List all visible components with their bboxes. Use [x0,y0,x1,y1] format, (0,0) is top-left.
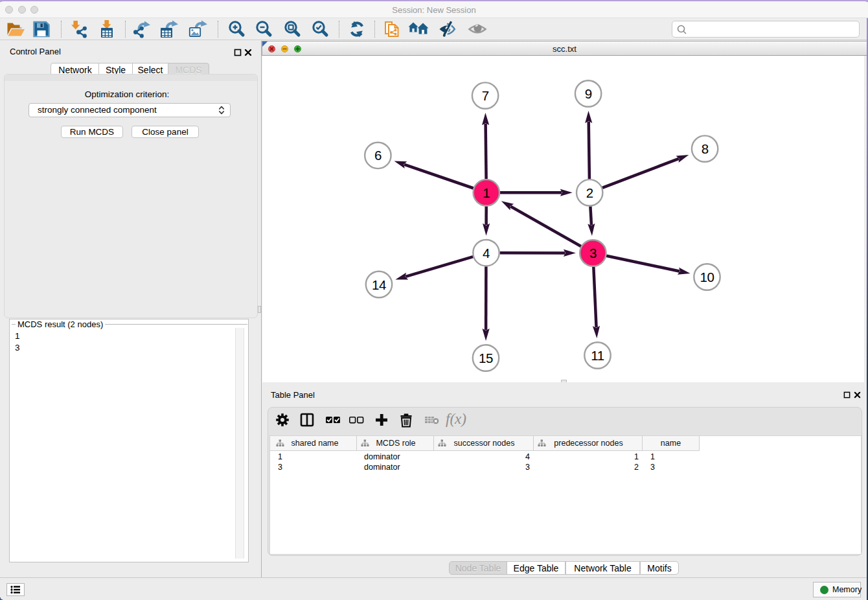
svg-text:9: 9 [585,86,592,101]
svg-text:15: 15 [479,351,493,365]
svg-text:14: 14 [372,277,386,292]
svg-text:1: 1 [483,185,490,200]
svg-text:4: 4 [483,246,490,260]
svg-text:6: 6 [374,148,382,163]
svg-text:3: 3 [589,246,597,260]
svg-text:2: 2 [586,185,593,200]
svg-text:8: 8 [702,141,709,156]
svg-text:11: 11 [591,348,604,363]
svg-text:7: 7 [482,88,489,103]
svg-text:10: 10 [700,270,714,284]
